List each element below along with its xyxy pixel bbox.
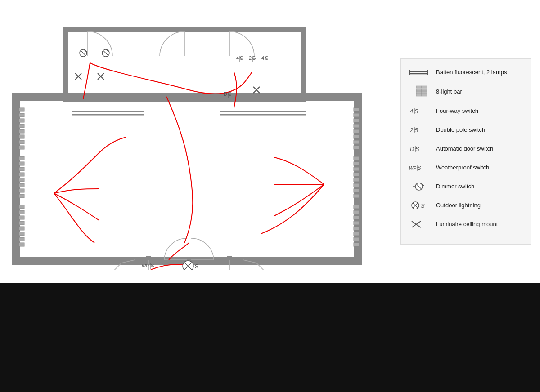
svg-text:2: 2 [410, 127, 414, 134]
svg-rect-29 [354, 129, 359, 133]
legend-label-8light: 8-light bar [436, 88, 462, 96]
svg-rect-27 [354, 119, 359, 122]
legend-symbol-luminaire [409, 219, 436, 229]
svg-text:S: S [252, 55, 256, 61]
svg-rect-23 [19, 237, 24, 241]
svg-text:D: D [224, 91, 227, 97]
svg-rect-105 [416, 91, 422, 94]
svg-rect-104 [416, 89, 422, 91]
legend-row-2s: 2 S Double pole switch [409, 124, 522, 136]
legend-symbol-4s: 4 S [409, 106, 436, 116]
svg-rect-33 [354, 156, 359, 160]
svg-text:S: S [195, 263, 198, 270]
svg-text:S: S [228, 91, 231, 97]
legend-label-ds: Automatic door switch [436, 145, 493, 153]
svg-text:D: D [410, 146, 414, 152]
svg-rect-46 [354, 232, 359, 236]
svg-text:S: S [240, 55, 243, 61]
legend-row-dimmer: Dimmer switch [409, 180, 522, 193]
svg-rect-31 [354, 140, 359, 144]
svg-rect-13 [19, 178, 24, 182]
svg-text:S: S [151, 263, 154, 268]
svg-rect-14 [19, 183, 24, 187]
legend-label-4s: Four-way switch [436, 107, 478, 115]
svg-rect-42 [354, 210, 359, 214]
svg-rect-9 [19, 156, 24, 160]
svg-rect-5 [19, 129, 24, 133]
legend-label-dimmer: Dimmer switch [436, 183, 474, 191]
svg-rect-107 [422, 86, 427, 88]
svg-rect-109 [422, 91, 427, 94]
svg-rect-20 [19, 221, 24, 225]
legend-label-luminaire: Luminaire ceiling mount [436, 221, 498, 228]
legend-symbol-2s: 2 S [409, 125, 436, 135]
svg-rect-41 [354, 205, 359, 209]
svg-point-95 [183, 261, 194, 270]
svg-text:4: 4 [410, 108, 413, 115]
svg-rect-43 [354, 216, 359, 219]
svg-rect-35 [354, 167, 359, 171]
svg-rect-44 [354, 221, 359, 225]
svg-rect-34 [354, 162, 359, 165]
svg-text:4: 4 [236, 55, 239, 61]
svg-rect-45 [354, 227, 359, 230]
svg-rect-4 [19, 124, 24, 128]
svg-rect-37 [354, 178, 359, 182]
svg-rect-1 [19, 108, 24, 111]
legend-row-4s: 4 S Four-way switch [409, 105, 522, 117]
svg-text:S: S [421, 202, 425, 209]
svg-rect-36 [354, 173, 359, 176]
svg-rect-6 [19, 135, 24, 138]
legend-label-outdoor: Outdoor lightning [436, 202, 481, 209]
legend-row-wps: WP S Weatherproof switch [409, 161, 522, 174]
svg-rect-2 [19, 113, 24, 117]
svg-rect-28 [354, 124, 359, 128]
legend-row-outdoor: S Outdoor lightning [409, 199, 522, 212]
black-bar [0, 283, 540, 392]
svg-rect-21 [19, 227, 24, 230]
svg-rect-24 [19, 243, 24, 246]
svg-rect-103 [416, 86, 422, 88]
svg-rect-108 [422, 89, 427, 91]
legend-symbol-ds: D S [409, 144, 436, 154]
svg-rect-38 [354, 183, 359, 187]
svg-rect-47 [354, 237, 359, 241]
svg-rect-30 [354, 135, 359, 138]
svg-text:S: S [265, 55, 268, 61]
svg-text:WP: WP [409, 166, 416, 171]
svg-rect-19 [19, 216, 24, 219]
svg-rect-106 [416, 94, 422, 96]
svg-rect-10 [19, 162, 24, 165]
svg-rect-22 [19, 232, 24, 236]
legend-label-2s: Double pole switch [436, 126, 485, 134]
legend-symbol-dimmer [409, 181, 436, 192]
svg-rect-32 [354, 146, 359, 149]
svg-rect-48 [354, 243, 359, 246]
svg-rect-7 [19, 140, 24, 144]
svg-rect-12 [19, 173, 24, 176]
legend-symbol-outdoor: S [409, 200, 436, 211]
legend-symbol-wps: WP S [409, 163, 436, 173]
legend-symbol-batten [409, 68, 436, 77]
legend-row-batten: Batten fluorescent, 2 lamps [409, 66, 522, 79]
legend-label-wps: Weatherproof switch [436, 164, 489, 172]
svg-rect-8 [19, 146, 24, 149]
main-area: 4 S 2 S 4 S D S WP S [0, 0, 540, 283]
legend-row-ds: D S Automatic door switch [409, 143, 522, 155]
svg-rect-16 [19, 194, 24, 198]
svg-text:4: 4 [261, 55, 264, 61]
svg-text:WP: WP [142, 263, 149, 268]
svg-text:2: 2 [249, 55, 252, 61]
svg-rect-15 [19, 189, 24, 192]
svg-rect-11 [19, 167, 24, 171]
svg-rect-39 [354, 189, 359, 192]
svg-rect-18 [19, 210, 24, 214]
svg-rect-26 [354, 113, 359, 117]
legend-symbol-8light [409, 85, 436, 98]
svg-rect-25 [354, 108, 359, 111]
legend-row-luminaire: Luminaire ceiling mount [409, 218, 522, 231]
legend-label-batten: Batten fluorescent, 2 lamps [436, 69, 507, 76]
legend-row-8light: 8-light bar [409, 85, 522, 98]
floor-plan: 4 S 2 S 4 S D S WP S [9, 13, 369, 270]
svg-rect-17 [19, 205, 24, 209]
